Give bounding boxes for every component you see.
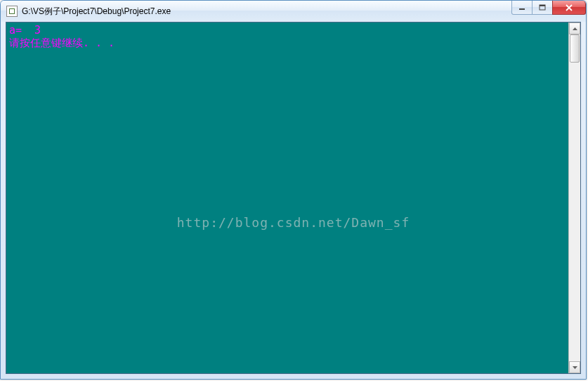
output-line: a= 3 [9, 24, 566, 37]
scroll-thumb[interactable] [570, 34, 580, 63]
chevron-up-icon [573, 27, 577, 30]
minimize-button[interactable] [511, 1, 533, 15]
maximize-icon [539, 4, 546, 11]
app-window: G:\VS例子\Project7\Debug\Project7.exe a= 3… [0, 0, 587, 380]
close-icon [565, 4, 573, 11]
scroll-down-button[interactable] [569, 361, 580, 373]
scroll-up-button[interactable] [569, 22, 580, 34]
close-button[interactable] [552, 1, 586, 15]
output-line: 请按任意键继续. . . [9, 37, 566, 49]
titlebar[interactable]: G:\VS例子\Project7\Debug\Project7.exe [1, 1, 586, 22]
svg-rect-2 [540, 5, 545, 6]
maximize-button[interactable] [532, 1, 553, 15]
chevron-down-icon [573, 366, 577, 369]
console-output: a= 3请按任意键继续. . . [6, 22, 568, 373]
svg-rect-0 [519, 8, 525, 10]
scroll-track[interactable] [569, 34, 580, 361]
client-area: a= 3请按任意键继续. . . http://blog.csdn.net/Da… [6, 22, 581, 374]
window-controls [512, 1, 586, 15]
minimize-icon [518, 4, 525, 11]
vertical-scrollbar[interactable] [568, 22, 580, 373]
app-icon [6, 6, 18, 17]
window-title: G:\VS例子\Project7\Debug\Project7.exe [22, 6, 586, 18]
